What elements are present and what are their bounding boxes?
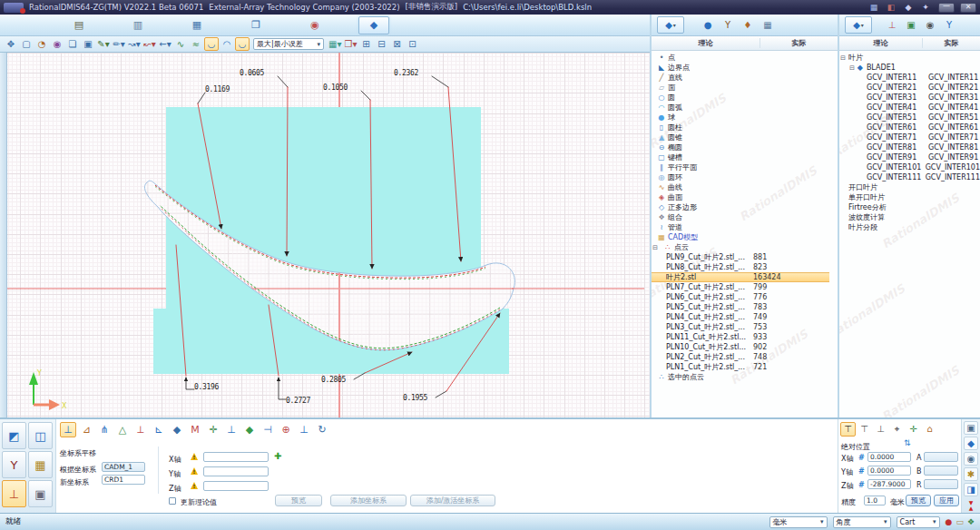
csys-bestfit-icon[interactable]: ⊥ [296, 422, 312, 437]
zoom-region-icon[interactable]: ▢ [19, 37, 34, 51]
pan-icon[interactable]: ✥ [4, 37, 18, 51]
pointcloud-row[interactable]: PLN3_Cut_叶片2.stl_... 753 [652, 322, 838, 332]
feature-tree-item[interactable]: ▦ CAD模型 [652, 232, 838, 242]
settings-icon[interactable]: ✱ [964, 467, 978, 481]
link-icon[interactable]: ✦ [918, 1, 933, 15]
pos-x-value[interactable]: 0.0000 [867, 452, 911, 462]
selected-pointcloud-item[interactable]: ∴ 选中的点云 [652, 372, 838, 382]
pointcloud-row[interactable]: PLN6_Cut_叶片2.stl_... 776 [652, 292, 838, 302]
col-theory[interactable]: 理论 [839, 38, 923, 48]
fit-curve-icon[interactable]: ◡ [235, 37, 250, 51]
viewport-3d[interactable]: Y X 0.11690.06050.10500.2362 0.31960.272… [0, 53, 650, 417]
sphere-icon[interactable]: ● [701, 18, 715, 32]
gcv-section-row[interactable]: GCV_INTER21 GCV_INTER21 [839, 83, 980, 93]
device-icon[interactable]: ◆ [901, 1, 916, 15]
home-icon[interactable]: ⌂ [922, 422, 937, 437]
image-icon[interactable]: ▣ [904, 18, 918, 32]
feature-tree-item[interactable]: ◎ 圆环 [652, 172, 838, 182]
csys-iterative-icon[interactable]: ⊕ [278, 422, 294, 437]
gcv-section-row[interactable]: GCV_INTER51 GCV_INTER51 [839, 113, 980, 123]
gcv-section-row[interactable]: GCV_INTER71 GCV_INTER71 [839, 132, 980, 142]
add-csys-button[interactable]: 添加坐标系 [330, 495, 407, 506]
probe-icon[interactable]: Y [720, 18, 735, 32]
csys-mirror-icon[interactable]: ⊣ [260, 422, 276, 437]
pointcloud-row[interactable]: PLN10_Cut_叶片2.stl... 902 [652, 342, 838, 352]
precision-input[interactable]: 1.0 [864, 496, 886, 505]
blade1-node[interactable]: ◆ BLADE1 [839, 63, 980, 73]
grab-icon[interactable]: ◔ [34, 37, 49, 51]
gcv-section-row[interactable]: GCV_INTER81 GCV_INTER81 [839, 142, 980, 152]
features-tab-icon[interactable]: ◆ [657, 16, 684, 34]
csys-plane-icon[interactable]: △ [114, 422, 131, 437]
tool-rack-button[interactable]: ▦ [28, 451, 53, 478]
blade-analysis-item[interactable]: 叶片分段 [839, 222, 980, 232]
csys-fit-icon[interactable]: ◆ [241, 422, 258, 437]
layout-alt-icon[interactable]: ◧ [884, 1, 898, 15]
feature-tree-item[interactable]: ❖ 组合 [652, 212, 838, 222]
tab-display[interactable]: ▦ [181, 16, 212, 34]
gcv-section-row[interactable]: GCV_INTER91 GCV_INTER91 [839, 152, 980, 162]
curve-edit-icon[interactable]: ✎▾ [96, 37, 111, 51]
blade-analysis-item[interactable]: 开口叶片 [839, 182, 980, 192]
display-icon[interactable]: ◨ [964, 483, 978, 496]
a-field[interactable] [924, 452, 958, 462]
model-icon[interactable]: ◆ [964, 437, 978, 450]
csys-transform-icon[interactable]: ↻ [314, 422, 330, 437]
export-icon[interactable]: ❒▾ [343, 37, 358, 51]
feature-tree-item[interactable]: ∥ 平行平面 [652, 162, 838, 172]
feature-tree-item[interactable]: ● 球 [652, 113, 838, 123]
tab-probe[interactable]: ▤ [64, 16, 94, 34]
feature-tree-item[interactable]: ◇ 正多边形 [652, 202, 838, 212]
tab-view[interactable]: ◆ [358, 16, 389, 34]
probe-button[interactable]: Y [2, 451, 26, 478]
pointcloud-row[interactable]: PLN9_Cut_叶片2.stl_... 881 [652, 252, 838, 262]
lower-tolerance-icon[interactable]: ◡ [204, 37, 219, 51]
coordinate-button[interactable]: ⊥ [2, 480, 26, 507]
x-axis-input[interactable] [203, 452, 269, 462]
gcv-section-row[interactable]: GCV_INTER41 GCV_INTER41 [839, 103, 980, 113]
tab-graphics[interactable]: ◉ [299, 16, 330, 34]
col-actual[interactable]: 实际 [760, 38, 838, 48]
blade-analysis-item[interactable]: 单开口叶片 [839, 192, 980, 202]
feature-tree-item[interactable]: ◠ 圆弧 [652, 103, 838, 113]
caliper-button[interactable]: ◫ [28, 422, 53, 449]
col-theory[interactable]: 理论 [652, 38, 760, 48]
pointcloud-row[interactable]: PLN7_Cut_叶片2.stl_... 799 [652, 282, 838, 292]
upper-tolerance-icon[interactable]: ◠ [220, 37, 234, 51]
wave-icon[interactable]: ∿ [173, 37, 188, 51]
pointcloud-row[interactable]: PLN2_Cut_叶片2.stl_... 748 [652, 352, 838, 362]
viewport-tool-icon[interactable]: ▣ [964, 421, 978, 435]
feature-tree-item[interactable]: ╱ 直线 [652, 73, 838, 83]
blade-root-item[interactable]: 叶片 [839, 53, 980, 63]
feature-tree-item[interactable]: ⊖ 椭圆 [652, 142, 838, 152]
window-new-icon[interactable]: ⊞ [358, 37, 373, 51]
feature-tree-item[interactable]: ▯ 圆柱 [652, 123, 838, 132]
scroll-arrows-icon[interactable]: ▼▲ [969, 500, 974, 511]
csys-cad-icon[interactable]: ◆ [169, 422, 185, 437]
csys-321-icon[interactable]: ⋔ [96, 422, 113, 437]
connection-icon[interactable]: ❖ [967, 517, 975, 526]
view-eye-icon[interactable]: ◉ [50, 37, 64, 51]
base-csys-field[interactable]: CADM_1 [102, 462, 145, 472]
tool-icon[interactable]: ♦ [740, 18, 755, 32]
gcv-section-row[interactable]: GCV_INTER11 GCV_INTER11 [839, 73, 980, 83]
camera-icon[interactable]: ◉ [923, 18, 937, 32]
add-icon[interactable] [274, 451, 281, 461]
update-theory-checkbox[interactable] [169, 497, 176, 505]
capture-icon[interactable]: ❏ [65, 37, 80, 51]
probe2-icon[interactable]: Y [942, 18, 956, 32]
ruler-icon[interactable]: ▭ [956, 517, 964, 526]
pos-y-value[interactable]: 0.0000 [867, 466, 911, 476]
coord-mode-dropdown[interactable]: Cart [897, 516, 940, 528]
feature-tree-item[interactable]: ▱ 面 [652, 83, 838, 93]
pos-z-value[interactable]: -287.9000 [867, 479, 911, 489]
spline-icon[interactable]: ↝▾ [127, 37, 142, 51]
pointcloud-row[interactable]: PLN8_Cut_叶片2.stl_... 823 [652, 262, 838, 272]
section-icon[interactable]: ↜▾ [142, 37, 157, 51]
window-split-icon[interactable]: ⊟ [374, 37, 388, 51]
preview-button[interactable]: 预览 [275, 495, 322, 506]
csys-matrix-icon[interactable]: M [187, 422, 203, 437]
curve-create-icon[interactable]: ✏▾ [112, 37, 126, 51]
csys-translate-icon[interactable]: ⊥ [60, 422, 76, 437]
close-button[interactable] [960, 3, 976, 13]
